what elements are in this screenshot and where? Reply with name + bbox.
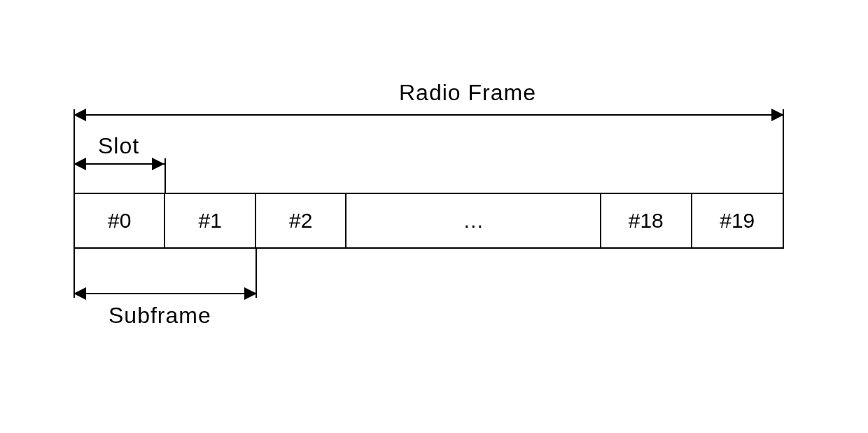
- slot-cell-19: #19: [692, 194, 783, 247]
- slot-label: Slot: [98, 133, 139, 159]
- slot-cell-18: #18: [601, 194, 692, 247]
- radio-frame-label: Radio Frame: [399, 80, 536, 106]
- radio-frame-dim: [74, 114, 784, 116]
- slot-cell-2: #2: [256, 194, 346, 247]
- slot-dim: [74, 163, 164, 165]
- slot-row: #0 #1 #2 … #18 #19: [74, 193, 784, 249]
- slot-cell-1: #1: [165, 194, 255, 247]
- slot-ext-right: [164, 158, 166, 193]
- slot-cell-0: #0: [75, 194, 165, 247]
- subframe-label: Subframe: [108, 303, 211, 329]
- radio-frame-ext-right: [783, 109, 784, 193]
- slot-cell-ellipsis: …: [346, 194, 601, 247]
- subframe-dim: [74, 293, 257, 294]
- radio-frame-diagram: Radio Frame Slot #0 #1 #2 … #18 #19 Subf…: [0, 0, 868, 433]
- radio-frame-ext-left: [74, 109, 75, 193]
